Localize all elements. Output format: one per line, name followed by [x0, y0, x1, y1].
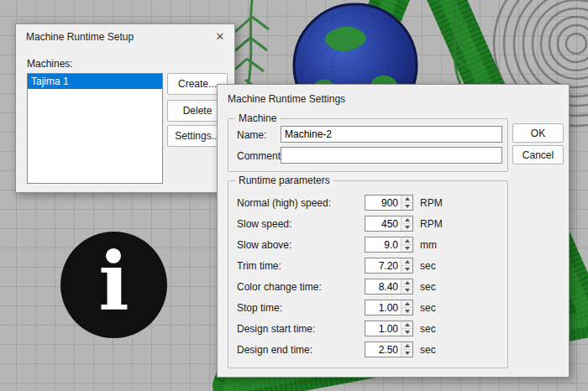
machine-groupbox: Machine Name: Comment:: [228, 118, 508, 172]
spinner-down-button[interactable]: [402, 224, 412, 231]
spinner-up-button[interactable]: [402, 300, 412, 308]
spinner-up-button[interactable]: [402, 279, 412, 287]
spinner-down-button[interactable]: [402, 203, 412, 210]
runtime-row-label: Slow above:: [237, 239, 291, 251]
spinner-input[interactable]: [365, 196, 401, 210]
spinner: [365, 195, 413, 211]
chevron-up-icon: [405, 323, 410, 326]
info-icon: i: [60, 232, 167, 338]
unit-label: sec: [420, 323, 436, 335]
spinner-input[interactable]: [365, 237, 401, 252]
spinner-input[interactable]: [365, 342, 401, 357]
spinner-input[interactable]: [365, 300, 401, 315]
machine-group-label: Machine: [235, 112, 280, 124]
settings-dialog-title: Machine Runtime Settings: [228, 93, 345, 105]
runtime-row: Slow speed: RPM: [228, 214, 507, 235]
list-item[interactable]: Tajima 1: [28, 74, 162, 89]
runtime-row: Color change time: sec: [228, 277, 507, 298]
unit-label: sec: [420, 281, 436, 293]
spinner-up-button[interactable]: [402, 196, 412, 203]
name-label: Name:: [237, 129, 266, 141]
runtime-parameters-groupbox: Runtime parameters Normal (high) speed: …: [228, 180, 508, 368]
spinner: [365, 300, 413, 315]
chevron-up-icon: [405, 302, 410, 305]
runtime-row: Design end time: sec: [228, 340, 507, 361]
chevron-up-icon: [405, 218, 410, 222]
machine-runtime-settings-dialog: Machine Runtime Settings Machine Name: C…: [217, 84, 570, 378]
spinner-down-button[interactable]: [402, 287, 412, 294]
unit-label: sec: [420, 302, 436, 314]
runtime-rows: Normal (high) speed: RPM Slow speed: RPM…: [228, 193, 507, 361]
runtime-row: Normal (high) speed: RPM: [228, 193, 507, 214]
comment-field[interactable]: [281, 147, 502, 164]
spinner-input[interactable]: [365, 216, 401, 231]
spinner-input[interactable]: [365, 258, 401, 273]
spinner: [365, 258, 413, 274]
chevron-down-icon: [405, 289, 410, 292]
spinner-down-button[interactable]: [402, 245, 412, 252]
runtime-row-label: Color change time:: [237, 281, 322, 293]
runtime-row-label: Design start time:: [237, 323, 315, 335]
spinner: [365, 237, 413, 253]
runtime-group-label: Runtime parameters: [235, 175, 333, 186]
spinner-down-button[interactable]: [402, 266, 412, 273]
spinner: [365, 321, 413, 336]
chevron-up-icon: [405, 197, 410, 201]
runtime-row: Trim time: sec: [228, 256, 507, 277]
spinner: [365, 216, 413, 232]
close-icon[interactable]: ✕: [211, 28, 229, 46]
unit-label: RPM: [420, 218, 443, 230]
runtime-row: Slow above: mm: [228, 235, 507, 256]
spinner-up-button[interactable]: [402, 237, 412, 245]
info-icon-glyph: i: [98, 242, 129, 322]
chevron-down-icon: [405, 226, 410, 229]
spinner: [365, 341, 413, 357]
ok-button[interactable]: OK: [512, 123, 564, 143]
name-field[interactable]: [281, 126, 502, 143]
spinner: [365, 279, 413, 295]
spinner-up-button[interactable]: [402, 321, 412, 329]
spinner-down-button[interactable]: [402, 308, 412, 315]
setup-dialog-title: Machine Runtime Setup: [26, 31, 134, 43]
chevron-up-icon: [405, 260, 410, 263]
unit-label: RPM: [420, 197, 443, 209]
chevron-down-icon: [405, 205, 410, 208]
chevron-down-icon: [405, 352, 410, 355]
runtime-row-label: Design end time:: [237, 344, 312, 356]
runtime-row: Design start time: sec: [228, 319, 507, 340]
spinner-up-button[interactable]: [402, 216, 412, 224]
spinner-up-button[interactable]: [402, 258, 412, 266]
comment-label: Comment:: [237, 150, 283, 162]
runtime-row-label: Trim time:: [237, 260, 281, 272]
spinner-up-button[interactable]: [402, 342, 412, 350]
chevron-down-icon: [405, 268, 410, 271]
spinner-input[interactable]: [365, 321, 401, 336]
machines-listbox[interactable]: Tajima 1: [27, 73, 163, 184]
unit-label: mm: [420, 239, 437, 251]
chevron-down-icon: [405, 331, 410, 334]
settings-dialog-titlebar[interactable]: Machine Runtime Settings: [218, 85, 569, 113]
chevron-down-icon: [405, 247, 410, 250]
cancel-button[interactable]: Cancel: [512, 145, 564, 164]
spinner-down-button[interactable]: [402, 329, 412, 336]
chevron-up-icon: [405, 239, 410, 242]
machine-runtime-setup-dialog: Machine Runtime Setup ✕ Machines: Tajima…: [15, 23, 235, 193]
runtime-row-label: Normal (high) speed:: [237, 197, 331, 209]
setup-dialog-titlebar[interactable]: Machine Runtime Setup ✕: [16, 24, 234, 50]
machines-label: Machines:: [27, 58, 73, 70]
unit-label: sec: [420, 344, 436, 356]
chevron-up-icon: [405, 281, 410, 284]
unit-label: sec: [420, 260, 436, 272]
spinner-down-button[interactable]: [402, 350, 412, 357]
chevron-down-icon: [405, 310, 410, 313]
spinner-input[interactable]: [365, 279, 401, 294]
runtime-row-label: Slow speed:: [237, 218, 291, 230]
runtime-row-label: Stop time:: [237, 302, 282, 314]
chevron-up-icon: [405, 344, 410, 347]
runtime-row: Stop time: sec: [228, 298, 507, 319]
